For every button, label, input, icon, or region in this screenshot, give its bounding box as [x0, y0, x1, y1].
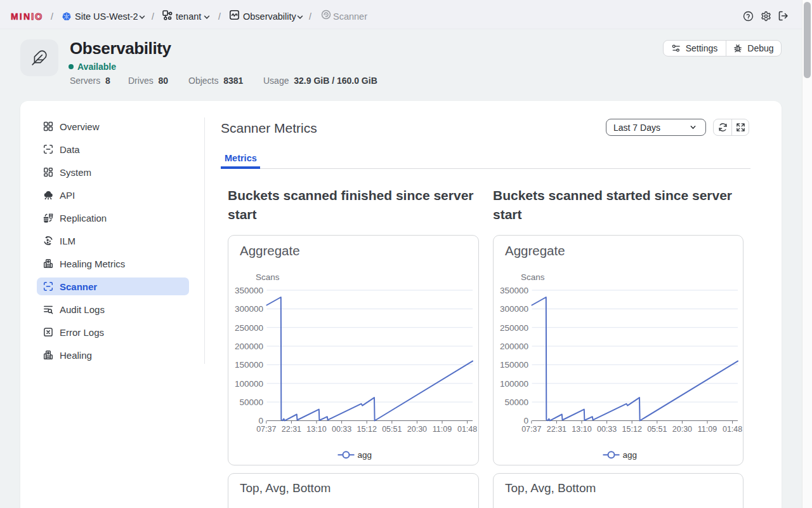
svg-text:100000: 100000	[235, 379, 263, 389]
svg-text:20:30: 20:30	[672, 425, 692, 434]
svg-text:350000: 350000	[500, 286, 528, 295]
svg-text:150000: 150000	[500, 360, 528, 370]
svg-text:07:37: 07:37	[256, 425, 276, 434]
svg-text:250000: 250000	[235, 323, 263, 333]
svg-text:agg: agg	[358, 450, 372, 460]
svg-text:100000: 100000	[500, 379, 528, 389]
svg-text:15:12: 15:12	[622, 425, 642, 434]
svg-text:150000: 150000	[235, 360, 263, 370]
svg-text:01:48: 01:48	[457, 425, 477, 434]
svg-text:00:33: 00:33	[597, 425, 617, 434]
svg-text:agg: agg	[623, 450, 638, 460]
svg-text:22:31: 22:31	[282, 425, 301, 434]
svg-text:20:30: 20:30	[407, 425, 427, 434]
svg-text:22:31: 22:31	[547, 425, 566, 434]
svg-text:200000: 200000	[500, 342, 528, 351]
svg-text:11:09: 11:09	[433, 425, 452, 434]
svg-text:50000: 50000	[239, 398, 263, 407]
svg-text:05:51: 05:51	[382, 425, 402, 434]
svg-text:0: 0	[258, 416, 263, 425]
svg-text:11:09: 11:09	[698, 425, 717, 434]
svg-text:300000: 300000	[500, 304, 528, 314]
svg-text:50000: 50000	[504, 398, 528, 407]
svg-text:Scans: Scans	[256, 272, 280, 282]
svg-text:01:48: 01:48	[723, 425, 742, 434]
svg-text:05:51: 05:51	[647, 425, 667, 434]
svg-text:13:10: 13:10	[306, 425, 326, 434]
svg-text:350000: 350000	[235, 286, 263, 295]
svg-text:300000: 300000	[235, 304, 263, 314]
svg-text:Scans: Scans	[521, 272, 545, 282]
svg-text:0: 0	[523, 416, 528, 425]
svg-text:00:33: 00:33	[332, 425, 351, 434]
svg-text:13:10: 13:10	[572, 425, 591, 434]
svg-text:200000: 200000	[235, 342, 263, 351]
svg-text:15:12: 15:12	[357, 425, 377, 434]
svg-text:250000: 250000	[500, 323, 528, 333]
svg-text:07:37: 07:37	[521, 425, 541, 434]
